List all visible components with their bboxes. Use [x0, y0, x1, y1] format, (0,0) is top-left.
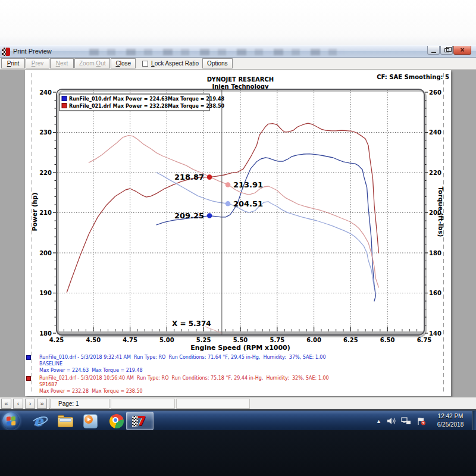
- titlebar[interactable]: Print Preview ×: [0, 45, 476, 58]
- y-left-tick-label: 200: [39, 250, 52, 256]
- curve-runfile-010-torque: [156, 173, 374, 288]
- y-right-tick-label: 180: [429, 250, 441, 256]
- taskbar: e 7 ▲: [0, 411, 476, 430]
- lock-aspect-ratio-group: Lock Aspect Ratio: [142, 58, 199, 68]
- app-icon: [2, 48, 10, 56]
- page-number-panel: Page: 1: [50, 399, 109, 409]
- tray-clock[interactable]: 12:42 PM 6/25/2018: [431, 412, 470, 429]
- clock-time: 12:42 PM: [431, 412, 470, 421]
- toolbar-button-next[interactable]: Next: [50, 58, 74, 68]
- marker-dot-213.91[interactable]: [226, 182, 231, 187]
- x-tick-label: 5.75: [270, 337, 284, 343]
- run-annotation-line: RunFile_010.drf - 5/3/2018 9:32:41 AM Ru…: [39, 354, 326, 361]
- legend-swatch: [62, 104, 67, 108]
- y-left-tick-label: 240: [39, 89, 52, 96]
- status-panel: [111, 399, 175, 409]
- desktop-background-top: [0, 0, 476, 45]
- toolbar: PrintPrevNextZoom OutCloseLock Aspect Ra…: [0, 58, 476, 70]
- internet-explorer-icon[interactable]: e: [32, 413, 49, 430]
- legend-torque-text: Max Torque = 238.50: [168, 104, 225, 109]
- close-button[interactable]: ×: [453, 46, 471, 55]
- aero-glass-reflection: [89, 49, 345, 55]
- toolbar-button-close[interactable]: Close: [111, 58, 136, 68]
- minimize-button[interactable]: [427, 46, 440, 55]
- run-annotation-line: Max Power = 224.63 Max Torque = 219.48: [39, 367, 326, 374]
- lock-aspect-ratio-label: Lock Aspect Ratio: [151, 60, 199, 67]
- run-annotation-row: RunFile_010.drf - 5/3/2018 9:32:41 AM Ru…: [26, 354, 443, 374]
- chrome-icon[interactable]: [108, 413, 125, 430]
- run-annotation-line: BASELINE: [39, 361, 326, 367]
- x-tick-label: 5.00: [159, 337, 174, 343]
- legend-run-text: RunFile_021.drf Max Power = 232.28: [69, 104, 168, 109]
- run-annotation-line: RunFile_021.drf - 5/3/2018 10:56:40 AM R…: [39, 375, 329, 381]
- run-annotation-line: SP1687: [39, 381, 329, 388]
- marker-label-213.91: 213.91: [233, 180, 263, 189]
- x-tick-label: 6.00: [306, 337, 321, 343]
- run-annotation-lines: RunFile_010.drf - 5/3/2018 9:32:41 AM Ru…: [39, 354, 326, 374]
- y-right-tick-label: 260: [429, 89, 441, 96]
- y-right-tick-label: 160: [429, 290, 441, 296]
- plot-frame-shadow: [58, 91, 426, 337]
- windows-flag-icon: [7, 416, 16, 426]
- x-tick-label: 6.25: [343, 337, 358, 343]
- marker-dot-209.25[interactable]: [207, 213, 212, 218]
- marker-dot-218.87[interactable]: [207, 174, 212, 180]
- winpep7-icon: 7: [137, 414, 146, 428]
- volume-icon[interactable]: [387, 417, 396, 425]
- run-annotation-lines: RunFile_021.drf - 5/3/2018 10:56:40 AM R…: [39, 375, 329, 394]
- cursor-x-label: X = 5.374: [172, 320, 211, 328]
- start-button[interactable]: [2, 412, 20, 430]
- curve-runfile-021-power: [67, 123, 378, 292]
- ie-e-glyph: e: [34, 412, 43, 430]
- toolbar-button-prev[interactable]: Prev: [26, 58, 49, 68]
- run-color-swatch: [26, 376, 31, 381]
- preview-page: CF: SAE Smoothing: 5DYNOJET RESEARCHInje…: [25, 70, 451, 396]
- preview-client-area: CF: SAE Smoothing: 5DYNOJET RESEARCHInje…: [0, 70, 476, 397]
- desktop-background-bottom: [0, 430, 476, 476]
- play-icon: [87, 418, 91, 421]
- legend-run-text: RunFile_010.drf Max Power = 224.63: [69, 96, 168, 102]
- toolbar-button-options[interactable]: Options: [202, 58, 232, 68]
- hidden-icons-chevron[interactable]: ▲: [376, 418, 381, 424]
- screen: Print Preview × PrintPrevNextZoom OutClo…: [0, 0, 476, 476]
- cf-sae-smoothing-label: CF: SAE Smoothing: 5: [377, 74, 449, 80]
- run-color-swatch: [26, 355, 31, 360]
- action-center-flag-icon[interactable]: [416, 417, 426, 425]
- y-left-tick-label: 220: [39, 170, 52, 176]
- x-tick-label: 6.75: [417, 337, 432, 343]
- prev-page-button[interactable]: ‹: [13, 399, 23, 409]
- print-preview-window: Print Preview × PrintPrevNextZoom OutClo…: [0, 45, 476, 409]
- restore-button[interactable]: [440, 46, 453, 55]
- marker-label-209.25: 209.25: [174, 211, 204, 220]
- status-panel: [176, 399, 250, 409]
- legend-swatch: [62, 96, 67, 101]
- toolbar-button-zoom-out[interactable]: Zoom Out: [74, 58, 110, 68]
- close-icon: ×: [460, 46, 464, 54]
- marker-dot-204.51[interactable]: [226, 201, 231, 206]
- x-tick-label: 5.50: [233, 337, 248, 343]
- lock-aspect-ratio-checkbox[interactable]: [142, 61, 148, 67]
- winpep7-taskbar-button-active[interactable]: 7: [126, 412, 154, 430]
- x-axis-bar: [57, 331, 424, 334]
- y-left-tick-label: 180: [39, 330, 52, 337]
- y-axis-label-left: Power (hp): [31, 192, 38, 231]
- first-page-button[interactable]: «: [1, 399, 11, 409]
- y-left-tick-label: 190: [39, 290, 52, 296]
- y-right-tick-label: 220: [429, 170, 441, 176]
- chart-title: DYNOJET RESEARCH: [207, 76, 274, 83]
- windows-explorer-icon[interactable]: [57, 413, 74, 430]
- next-page-button[interactable]: ›: [25, 399, 35, 409]
- y-left-tick-label: 210: [39, 209, 52, 216]
- marker-label-218.87: 218.87: [174, 173, 204, 181]
- clock-date: 6/25/2018: [431, 421, 470, 429]
- network-icon[interactable]: [401, 417, 411, 425]
- minimize-icon: [431, 52, 436, 53]
- last-page-button[interactable]: »: [37, 399, 47, 409]
- x-tick-label: 4.75: [123, 337, 137, 343]
- media-player-icon[interactable]: [82, 413, 99, 430]
- toolbar-button-print[interactable]: Print: [1, 58, 25, 68]
- show-desktop-button[interactable]: [472, 411, 476, 431]
- x-tick-label: 4.25: [49, 337, 64, 343]
- x-tick-label: 5.25: [196, 337, 211, 343]
- x-tick-label: 4.50: [86, 337, 101, 343]
